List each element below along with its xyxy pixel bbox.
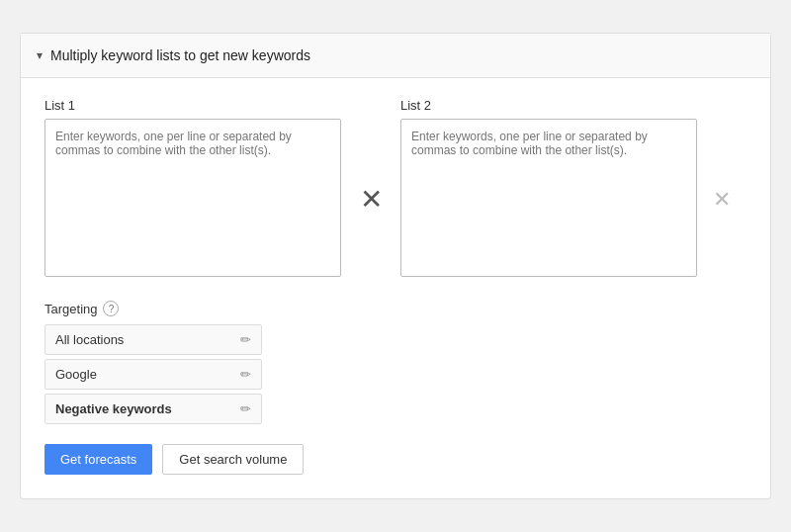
lists-row: List 1 ✕ List 2 ✕ xyxy=(44,98,747,281)
list2-label: List 2 xyxy=(400,98,697,113)
option-negative-keywords-text: Negative keywords xyxy=(55,401,172,416)
option-locations-text: All locations xyxy=(55,332,124,347)
targeting-options: All locations ✏ Google ✏ Negative keywor… xyxy=(44,324,262,424)
targeting-label-row: Targeting ? xyxy=(44,301,747,316)
targeting-option-negative-keywords[interactable]: Negative keywords ✏ xyxy=(44,394,262,424)
edit-google-icon: ✏ xyxy=(240,367,251,382)
list1-container: List 1 xyxy=(44,98,341,281)
targeting-option-locations[interactable]: All locations ✏ xyxy=(44,324,262,355)
help-icon[interactable]: ? xyxy=(103,301,119,316)
list1-textarea[interactable] xyxy=(44,119,341,277)
edit-negative-keywords-icon: ✏ xyxy=(240,401,251,416)
close-list-button[interactable]: ✕ xyxy=(697,187,747,213)
chevron-icon: ▾ xyxy=(37,48,43,62)
multiply-symbol: ✕ xyxy=(341,183,400,216)
targeting-option-google[interactable]: Google ✏ xyxy=(44,359,262,390)
section-title: Multiply keyword lists to get new keywor… xyxy=(50,47,310,63)
buttons-row: Get forecasts Get search volume xyxy=(44,444,747,475)
targeting-label: Targeting xyxy=(44,302,97,316)
main-card: ▾ Multiply keyword lists to get new keyw… xyxy=(20,33,771,499)
list1-label: List 1 xyxy=(44,98,341,113)
get-search-volume-button[interactable]: Get search volume xyxy=(162,444,304,475)
list2-textarea[interactable] xyxy=(400,119,697,277)
list2-container: List 2 xyxy=(400,98,697,281)
targeting-section: Targeting ? All locations ✏ Google ✏ Neg… xyxy=(44,301,747,424)
get-forecasts-button[interactable]: Get forecasts xyxy=(44,444,152,475)
section-header[interactable]: ▾ Multiply keyword lists to get new keyw… xyxy=(21,34,770,78)
edit-locations-icon: ✏ xyxy=(240,332,251,347)
option-google-text: Google xyxy=(55,367,97,382)
section-body: List 1 ✕ List 2 ✕ Targeting ? All locati… xyxy=(21,78,770,498)
